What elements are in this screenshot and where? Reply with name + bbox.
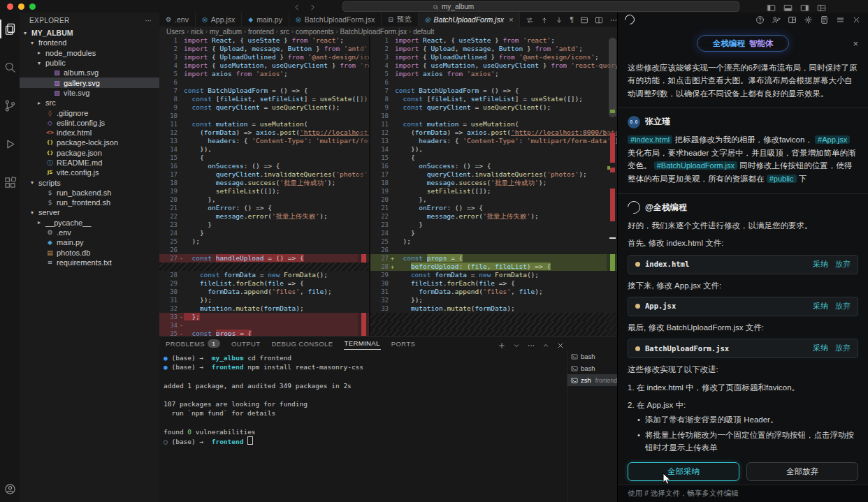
discard-file-button[interactable]: 放弃 — [835, 342, 851, 355]
code-text: }), — [395, 145, 618, 154]
split-editor-icon[interactable] — [595, 15, 603, 24]
tree-item-run-frontend-sh[interactable]: $run_frontend.sh — [20, 198, 159, 207]
tab-预览[interactable]: ⊟预览 — [382, 13, 419, 27]
panel-tab-terminal[interactable]: TERMINAL — [344, 337, 381, 350]
next-change-icon[interactable] — [555, 15, 563, 24]
terminal-instance-bash[interactable]: bash — [567, 362, 618, 374]
panel-tab-output[interactable]: OUTPUT — [231, 338, 261, 350]
close-panel-icon[interactable] — [556, 339, 565, 351]
accept-all-button[interactable]: 全部采纳 — [628, 462, 739, 481]
tab-batchuploadform-jsx[interactable]: ◎BatchUploadForm.jsx — [289, 13, 382, 27]
tree-item-index-html[interactable]: <>index.html — [20, 128, 159, 138]
tree-item-vite-config-js[interactable]: JSvite.config.js — [20, 168, 159, 177]
breadcrumb-separator: › — [244, 28, 246, 35]
breadcrumb-item-my-album[interactable]: my_album — [210, 28, 242, 36]
terminal-output[interactable]: ● (base) → my_album cd frontend● (base) … — [164, 353, 565, 502]
previous-change-icon[interactable] — [540, 15, 549, 24]
scrollbar-thumb[interactable] — [609, 38, 616, 117]
zoom-window-button[interactable] — [29, 3, 36, 10]
tree-item-main-py[interactable]: ◆main.py — [20, 237, 159, 247]
sessions-icon[interactable] — [788, 13, 797, 26]
tree-item-frontend[interactable]: ▾frontend — [20, 38, 159, 47]
launch-profile-icon[interactable] — [512, 339, 521, 351]
tree-item-package-lock-json[interactable]: {}package-lock.json — [20, 138, 159, 147]
terminal-instance-zshfrontend[interactable]: zshfrontend — [567, 374, 618, 386]
accept-file-button[interactable]: 采纳 — [813, 342, 828, 355]
more-icon[interactable] — [527, 339, 535, 351]
tree-item-gallery-svg[interactable]: ▧gallery.svg — [20, 77, 159, 87]
extensions-icon[interactable] — [0, 176, 20, 189]
tab-env[interactable]: ⚙.env — [159, 13, 196, 27]
tree-item-run-backend-sh[interactable]: $run_backend.sh — [20, 188, 159, 198]
diff-editor[interactable]: 1import React, { useState } from 'react'… — [159, 36, 618, 336]
explorer-more-icon[interactable]: ⋯ — [145, 17, 152, 24]
open-preview-icon[interactable] — [580, 15, 588, 24]
feedback-icon[interactable] — [772, 13, 781, 26]
accept-file-button[interactable]: 采纳 — [813, 258, 828, 271]
source-control-icon[interactable] — [0, 99, 20, 112]
discard-file-button[interactable]: 放弃 — [835, 300, 851, 313]
terminal-instance-bash[interactable]: bash — [567, 350, 618, 362]
tree-item-eslint-config-js[interactable]: ◇eslint.config.js — [20, 118, 159, 128]
tree-item-server[interactable]: ▾server — [20, 207, 159, 217]
more-actions-icon[interactable] — [609, 15, 618, 24]
swap-sides-icon[interactable] — [526, 15, 534, 24]
discard-file-button[interactable]: 放弃 — [835, 258, 851, 271]
tree-item-album-svg[interactable]: ▧album.svg — [20, 68, 159, 77]
command-center[interactable]: my_album — [342, 1, 739, 12]
whitespace-icon[interactable]: ¶ — [570, 16, 573, 24]
explorer-icon[interactable] — [0, 22, 20, 36]
tree-item-env[interactable]: ⚙.env — [20, 228, 159, 237]
tab-app-jsx[interactable]: ◎App.jsx — [196, 13, 242, 27]
breadcrumb-item-nick[interactable]: nick — [191, 28, 203, 36]
breadcrumb-item-components[interactable]: components — [296, 28, 333, 36]
run-debug-icon[interactable] — [0, 138, 20, 151]
tree-item-readme-md[interactable]: ⓘREADME.md — [20, 158, 159, 168]
notes-icon[interactable] — [820, 13, 829, 26]
tree-item-label: photos.db — [57, 249, 90, 257]
panel-tab-ports[interactable]: PORTS — [391, 338, 417, 350]
maximize-panel-icon[interactable] — [542, 339, 550, 351]
account-icon[interactable] — [4, 482, 16, 495]
minimize-window-button[interactable] — [18, 3, 24, 10]
accept-file-button[interactable]: 采纳 — [813, 300, 828, 313]
tree-item-requirements-txt[interactable]: ≡requirements.txt — [20, 258, 159, 267]
close-panel-icon[interactable] — [852, 13, 861, 26]
tree-item-photos-db[interactable]: ▤photos.db — [20, 248, 159, 258]
agent-badge[interactable]: 全栈编程 智能体 — [697, 35, 790, 52]
tree-item-scripts[interactable]: ▾scripts — [20, 177, 159, 187]
help-icon[interactable] — [755, 13, 765, 26]
tree-item-vite-svg[interactable]: ▧vite.svg — [20, 88, 159, 98]
settings-gear-icon[interactable] — [804, 13, 813, 26]
tree-item-package-json[interactable]: {}package.json — [20, 148, 159, 158]
dismiss-badge-icon[interactable]: × — [853, 37, 858, 52]
tree-item-public[interactable]: ▾public — [20, 58, 159, 68]
tree-item-node-modules[interactable]: ▸node_modules — [20, 48, 159, 58]
panel-tab-debug-console[interactable]: DEBUG CONSOLE — [270, 338, 333, 350]
tree-item-my-album[interactable]: ▾MY_ALBUM — [20, 28, 159, 38]
overview-ruler-left[interactable] — [358, 36, 369, 336]
line-number: 26 — [370, 246, 390, 254]
navigate-forward-icon[interactable] — [308, 1, 317, 13]
close-tab-icon[interactable]: × — [509, 15, 513, 24]
search-icon[interactable] — [0, 61, 20, 74]
panel-tab-problems[interactable]: PROBLEMS1 — [165, 337, 221, 350]
breadcrumb-item-frontend[interactable]: frontend — [248, 28, 274, 36]
tree-item-pycache[interactable]: ▸__pycache__ — [20, 218, 159, 228]
breadcrumb-item-batchuploadform-jsx[interactable]: BatchUploadForm.jsx — [340, 28, 407, 36]
tab-main-py[interactable]: ◆main.py — [242, 13, 289, 27]
new-terminal-icon[interactable] — [498, 339, 506, 351]
overview-ruler-right[interactable] — [607, 36, 618, 336]
breadcrumb-item-default[interactable]: default — [413, 28, 434, 36]
tab-batchuploadform-jsx[interactable]: ◎BatchUploadForm.jsx× — [419, 13, 521, 27]
tree-item-gitignore[interactable]: ◊.gitignore — [20, 108, 159, 117]
file-reference-tag: #App.jsx — [815, 135, 850, 144]
tree-item-src[interactable]: ▸src — [20, 98, 159, 108]
breadcrumb-item-users[interactable]: Users — [166, 28, 185, 36]
discard-all-button[interactable]: 全部放弃 — [746, 462, 858, 481]
menu-icon[interactable] — [836, 13, 845, 26]
navigate-back-icon[interactable] — [292, 1, 301, 13]
close-window-button[interactable] — [7, 3, 13, 10]
folder-chevron-icon: ▾ — [38, 60, 45, 66]
breadcrumb-item-src[interactable]: src — [280, 28, 289, 36]
